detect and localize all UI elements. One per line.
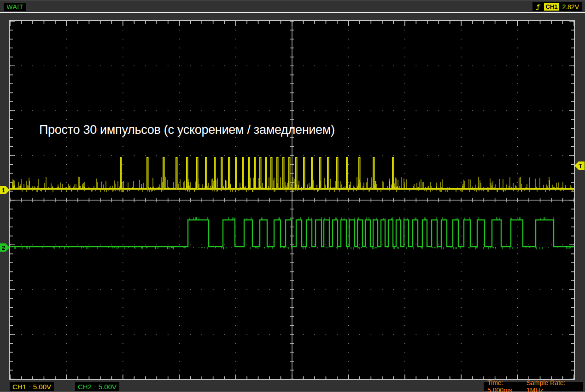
ch2-waveform: [10, 220, 574, 247]
ch1-label: CH1: [12, 383, 26, 391]
ch1-marker-label: 1: [2, 187, 5, 194]
ch2-marker-label: 2: [2, 244, 5, 251]
trigger-marker-label: T: [579, 162, 582, 169]
graticule-frame: [9, 20, 575, 380]
dc-coupling-icon: [94, 385, 96, 388]
acquisition-status-badge: WAIT: [4, 3, 26, 11]
trigger-readout: CH1 2.82V: [532, 2, 582, 11]
waveform-display: [10, 21, 574, 379]
timebase-readout: Time: 5.000ms Sample Rate: 1MHz: [484, 382, 583, 391]
center-cross-lines: [10, 21, 574, 379]
ch2-scale-value: 5.00V: [99, 383, 117, 391]
ch2-label: CH2: [78, 383, 92, 391]
annotation-text: Просто 30 импульсов (с ускорением / заме…: [39, 123, 335, 137]
ch1-ground-marker[interactable]: 1: [0, 186, 10, 194]
ch2-ground-marker[interactable]: 2: [0, 243, 10, 252]
timebase-value: Time: 5.000ms: [487, 379, 526, 392]
ch1-scale-value: 5.00V: [33, 383, 51, 391]
bottom-readout-bar: CH1 5.00V CH2 5.00V Time: 5.000ms Sample…: [0, 380, 585, 392]
trigger-source-chip[interactable]: CH1: [544, 3, 559, 11]
acquisition-status-text: WAIT: [6, 3, 23, 11]
sample-rate-value: Sample Rate: 1MHz: [526, 379, 579, 392]
trigger-level-marker[interactable]: T: [574, 161, 585, 170]
ch1-readout[interactable]: CH1 5.00V: [10, 382, 54, 391]
top-status-bar: WAIT CH1 2.82V: [0, 0, 585, 13]
trigger-level-value: 2.82V: [562, 3, 579, 11]
oscilloscope-screen: WAIT CH1 2.82V Просто 30 импульсов (с ус…: [0, 0, 585, 392]
rising-edge-trigger-icon: [536, 3, 541, 11]
ch2-readout[interactable]: CH2 5.00V: [75, 382, 119, 391]
dc-coupling-icon: [29, 385, 30, 388]
